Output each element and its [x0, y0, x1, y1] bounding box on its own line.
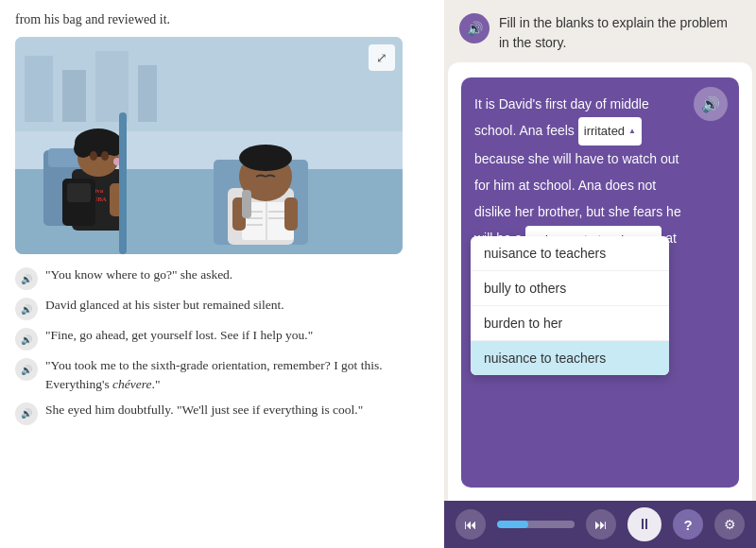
content-area: 🔊 It is David's first day of middle scho… [448, 62, 752, 501]
irritated-dropdown[interactable]: irritated ▲ [578, 117, 642, 146]
audio-button-1[interactable]: 🔊 [15, 267, 38, 290]
svg-rect-6 [138, 65, 157, 122]
svg-point-26 [239, 145, 292, 171]
dropdown-selected-value: irritated [584, 119, 625, 144]
dialogue-text-3: "Fine, go ahead, get yourself lost. See … [45, 326, 429, 345]
svg-point-18 [101, 151, 109, 161]
dialogue-section: 🔊 "You know where to go?" she asked. 🔊 D… [15, 265, 429, 539]
dropdown-menu: nuisance to teachers bully to others bur… [471, 236, 669, 375]
question-text: Fill in the blanks to explain the proble… [499, 13, 741, 53]
bottom-toolbar: ⏮ ⏭ ⏸ ? ⚙ [444, 501, 756, 548]
dialogue-line-4: 🔊 "You took me to the sixth-grade orient… [15, 356, 429, 395]
dropdown-arrow-icon: ▲ [628, 124, 636, 139]
svg-point-17 [90, 151, 97, 161]
dropdown-item-2[interactable]: bully to others [471, 271, 669, 306]
dialogue-text-2: David glanced at his sister but remained… [45, 296, 429, 315]
svg-rect-4 [62, 70, 86, 122]
progress-bar-fill [497, 521, 528, 528]
audio-button-5[interactable]: 🔊 [15, 402, 38, 425]
settings-button[interactable]: ⚙ [714, 509, 745, 539]
audio-button-3[interactable]: 🔊 [15, 328, 38, 351]
svg-point-14 [74, 139, 93, 158]
question-header: 🔊 Fill in the blanks to explain the prob… [444, 0, 756, 62]
svg-rect-28 [266, 202, 267, 240]
help-button[interactable]: ? [673, 509, 703, 539]
right-panel: 🔊 Fill in the blanks to explain the prob… [444, 0, 756, 548]
forward-button[interactable]: ⏭ [586, 509, 616, 539]
story-text-top: from his bag and reviewed it. [15, 9, 429, 29]
play-pause-button[interactable]: ⏸ [627, 507, 662, 541]
expand-button[interactable]: ⤢ [369, 44, 395, 71]
dialogue-line-1: 🔊 "You know where to go?" she asked. [15, 265, 429, 290]
svg-rect-3 [25, 56, 53, 122]
dialogue-text-4: "You took me to the sixth-grade orientat… [45, 356, 429, 395]
svg-rect-20 [67, 183, 91, 202]
dialogue-line-2: 🔊 David glanced at his sister but remain… [15, 296, 429, 320]
audio-button-4[interactable]: 🔊 [15, 358, 38, 381]
svg-rect-35 [284, 197, 298, 231]
rewind-button[interactable]: ⏮ [455, 509, 486, 539]
story-illustration: viva CUBA [15, 37, 403, 254]
left-panel: from his bag and reviewed it. viva CUBA [0, 0, 444, 548]
dialogue-line-3: 🔊 "Fine, go ahead, get yourself lost. Se… [15, 326, 429, 351]
svg-rect-36 [242, 190, 251, 218]
inner-content: 🔊 It is David's first day of middle scho… [461, 77, 739, 488]
dialogue-text-1: "You know where to go?" she asked. [45, 265, 429, 284]
progress-bar [497, 521, 575, 528]
dialogue-text-5: She eyed him doubtfully. "We'll just see… [45, 401, 429, 420]
dropdown-item-4[interactable]: nuisance to teachers [471, 341, 669, 375]
dropdown-item-3[interactable]: burden to her [471, 306, 669, 341]
dropdown-item-1[interactable]: nuisance to teachers [471, 236, 669, 271]
audio-button-2[interactable]: 🔊 [15, 298, 38, 320]
question-audio-button[interactable]: 🔊 [459, 13, 490, 43]
svg-rect-22 [119, 112, 127, 254]
svg-rect-5 [95, 51, 129, 122]
dialogue-line-5: 🔊 She eyed him doubtfully. "We'll just s… [15, 401, 429, 425]
inner-audio-button[interactable]: 🔊 [694, 87, 728, 121]
